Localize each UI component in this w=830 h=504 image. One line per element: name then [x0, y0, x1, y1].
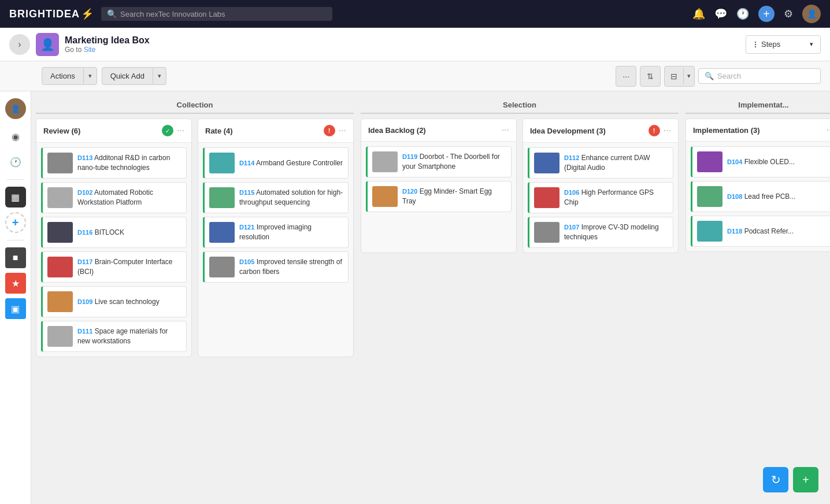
column-title-rate: Rate (4): [205, 127, 320, 135]
idea-card-D121[interactable]: D121 Improved imaging resolution: [203, 217, 349, 248]
idea-development-status-icon: !: [649, 125, 660, 136]
search-toolbar-input-group[interactable]: 🔍: [698, 68, 821, 84]
idea-card-D112[interactable]: D112 Enhance current DAW (Digital Audio: [528, 147, 673, 179]
filter-button-group[interactable]: ⊟ ▾: [664, 66, 695, 87]
rate-status-icon: !: [324, 125, 335, 136]
idea-card-D102[interactable]: D102 Automated Robotic Workstation Platf…: [41, 182, 187, 213]
idea-card-D111[interactable]: D111 Space age materials for new worksta…: [41, 321, 187, 352]
sidebar-item-clock[interactable]: 🕐: [5, 151, 26, 172]
search-toolbar-input[interactable]: [717, 72, 814, 80]
sidebar-item-star[interactable]: ★: [5, 273, 26, 294]
idea-card-D105[interactable]: D105 Improved tensile strength of carbon…: [203, 251, 349, 283]
idea-text-D121: D121 Improved imaging resolution: [239, 223, 343, 242]
review-column-body: D113 Additonal R&D in carbon nano-tube t…: [36, 143, 191, 357]
idea-card-D107[interactable]: D107 Improve CV-3D modeling techniques: [528, 217, 673, 248]
global-search-bar[interactable]: 🔍: [101, 7, 332, 21]
sidebar-toggle-button[interactable]: ›: [9, 34, 30, 55]
actions-dropdown-arrow[interactable]: ▾: [83, 68, 97, 84]
column-idea-backlog: Idea Backlog (2) ··· D119 Doorbot - The …: [361, 118, 517, 253]
steps-dropdown[interactable]: ⫶ Steps ▾: [746, 35, 821, 54]
idea-backlog-column-body: D119 Doorbot - The Doorbell for your Sma…: [361, 142, 516, 253]
idea-text-D114: D114 Armband Gesture Controller: [239, 158, 343, 168]
idea-card-D106[interactable]: D106 High Performance GPS Chip: [528, 182, 673, 213]
history-icon[interactable]: 🕐: [736, 8, 749, 20]
rate-menu-icon[interactable]: ···: [339, 125, 346, 136]
column-title-idea-development: Idea Development (3): [530, 127, 645, 135]
idea-card-D114[interactable]: D114 Armband Gesture Controller: [203, 147, 349, 179]
idea-card-D108[interactable]: D108 Lead free PCB...: [691, 181, 830, 212]
notification-icon[interactable]: 🔔: [692, 8, 705, 20]
idea-card-D104[interactable]: D104 Flexible OLED...: [691, 146, 830, 177]
column-header-idea-development: Idea Development (3) ! ···: [523, 119, 678, 143]
idea-card-D113[interactable]: D113 Additonal R&D in carbon nano-tube t…: [41, 147, 187, 179]
column-header-review: Review (6) ✓ ···: [36, 119, 191, 143]
idea-thumb-D120: [372, 186, 398, 207]
sidebar-item-add[interactable]: +: [5, 212, 26, 233]
page-subtitle: Go to Site: [65, 46, 746, 54]
refresh-button[interactable]: ↻: [763, 467, 788, 492]
filter-main[interactable]: ⊟: [665, 68, 683, 85]
idea-backlog-menu-icon[interactable]: ···: [502, 125, 509, 135]
idea-thumb-D111: [47, 326, 73, 347]
actions-main-button[interactable]: Actions: [42, 68, 83, 84]
quick-add-dropdown-arrow[interactable]: ▾: [153, 68, 166, 84]
idea-card-D115[interactable]: D115 Automated solution for high-through…: [203, 182, 349, 213]
sidebar-item-square[interactable]: ■: [5, 247, 26, 268]
rate-column-body: D114 Armband Gesture Controller D115 Aut…: [198, 143, 353, 357]
sidebar-item-dashboard[interactable]: ◉: [5, 126, 26, 147]
idea-thumb-D118: [697, 221, 722, 242]
implementation-column-body: D104 Flexible OLED... D108 Lead free PCB…: [686, 142, 830, 251]
messages-icon[interactable]: 💬: [714, 8, 727, 20]
bottom-action-buttons: ↻ +: [763, 467, 818, 492]
idea-card-D118[interactable]: D118 Podcast Refer...: [691, 216, 830, 247]
implementation-menu-icon[interactable]: ···: [827, 125, 830, 135]
idea-text-D102: D102 Automated Robotic Workstation Platf…: [77, 188, 181, 207]
main-layout: 👤 ◉ 🕐 ▦ + ■ ★ ▣ Collection Review (6) ✓ …: [0, 91, 830, 504]
main-toolbar: Actions ▾ Quick Add ▾ ··· ⇅ ⊟ ▾ 🔍: [0, 61, 830, 91]
global-search-input[interactable]: [120, 10, 327, 18]
board-section-collection: Collection Review (6) ✓ ··· D113 Additon…: [36, 101, 354, 495]
add-global-icon[interactable]: +: [758, 6, 775, 22]
settings-icon[interactable]: ⚙: [784, 8, 793, 20]
sidebar-item-board[interactable]: ▦: [5, 187, 26, 207]
idea-text-D118: D118 Podcast Refer...: [727, 227, 830, 236]
idea-text-D115: D115 Automated solution for high-through…: [239, 188, 343, 207]
idea-card-D117[interactable]: D117 Brain-Computer Interface (BCI): [41, 251, 187, 283]
idea-text-D107: D107 Improve CV-3D modeling techniques: [564, 223, 668, 242]
add-button[interactable]: +: [793, 467, 818, 492]
search-icon: 🔍: [107, 9, 117, 18]
column-header-implementation: Implementation (3) ···: [686, 119, 830, 142]
section-title-implementation: Implementat...: [686, 101, 830, 114]
idea-card-D119[interactable]: D119 Doorbot - The Doorbell for your Sma…: [366, 146, 512, 177]
idea-card-D109[interactable]: D109 Live scan technology: [41, 286, 187, 317]
filter-icon: ⊟: [670, 72, 677, 81]
more-options-button[interactable]: ···: [616, 66, 636, 87]
sidebar-divider-2: [7, 240, 24, 240]
filter-dropdown-arrow[interactable]: ▾: [683, 68, 694, 84]
app-logo: BRIGHTIDEA⚡: [9, 8, 94, 20]
idea-text-D119: D119 Doorbot - The Doorbell for your Sma…: [402, 152, 506, 172]
column-title-implementation: Implementation (3): [693, 126, 823, 135]
page-icon: 👤: [36, 33, 59, 56]
idea-card-D116[interactable]: D116 BITLOCK: [41, 217, 187, 248]
user-avatar[interactable]: 👤: [802, 5, 821, 23]
sidebar-user-avatar[interactable]: 👤: [5, 98, 26, 119]
idea-card-D120[interactable]: D120 Egg Minder- Smart Egg Tray: [366, 181, 512, 212]
column-idea-development: Idea Development (3) ! ··· D112 Enhance …: [523, 118, 679, 253]
sort-button[interactable]: ⇅: [640, 66, 661, 87]
ellipsis-icon: ···: [622, 72, 629, 81]
site-link[interactable]: Site: [84, 46, 96, 54]
sidebar-divider-1: [7, 179, 24, 180]
steps-label: Steps: [761, 40, 780, 49]
top-navigation: BRIGHTIDEA⚡ 🔍 🔔 💬 🕐 + ⚙ 👤: [0, 0, 830, 28]
sidebar-item-grid[interactable]: ▣: [5, 298, 26, 319]
idea-thumb-D112: [534, 153, 559, 173]
idea-development-menu-icon[interactable]: ···: [664, 125, 671, 136]
quick-add-button-group: Quick Add ▾: [102, 67, 166, 85]
quick-add-main-button[interactable]: Quick Add: [102, 68, 153, 84]
section-title-selection: Selection: [361, 101, 679, 114]
sort-icon: ⇅: [647, 72, 654, 81]
column-review: Review (6) ✓ ··· D113 Additonal R&D in c…: [36, 118, 192, 357]
review-menu-icon[interactable]: ···: [177, 125, 184, 136]
idea-text-D116: D116 BITLOCK: [77, 228, 181, 238]
